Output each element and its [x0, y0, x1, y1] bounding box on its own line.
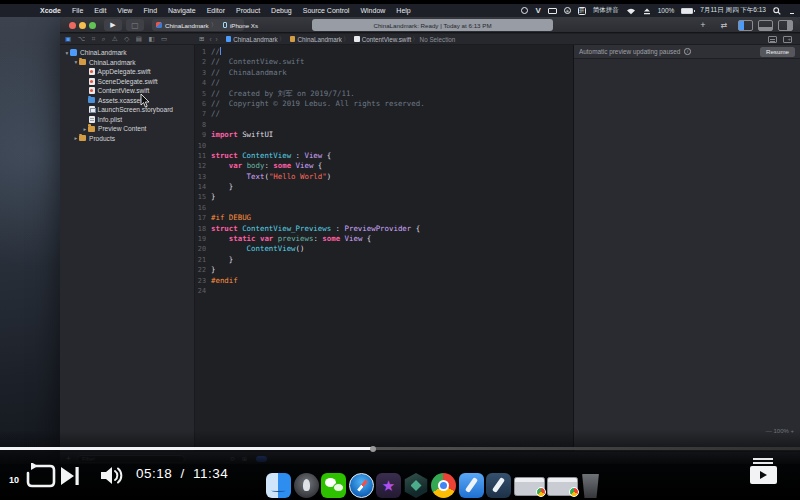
adjust-editor-options-icon[interactable] [768, 36, 777, 43]
dock-icon-xcode[interactable] [459, 473, 484, 498]
window-close-button[interactable] [69, 22, 76, 29]
navigator-item-chinalandmark[interactable]: ▾ChinaLandmark [60, 58, 195, 68]
dock-icon-safari[interactable] [349, 473, 374, 498]
navigator-item-scenedelegate-swift[interactable]: SceneDelegate.swift [60, 77, 195, 87]
menu-item-file[interactable]: File [72, 7, 83, 14]
stop-button[interactable]: ▢ [126, 19, 144, 31]
source-control-navigator-icon[interactable]: ⌥ [78, 35, 86, 43]
menu-datetime[interactable]: 7月11日 周四 下午6:13 [700, 6, 766, 15]
navigator-item-launchscreen-storyboard[interactable]: LaunchScreen.storyboard [60, 105, 195, 115]
dock-icon-window-thumb-2[interactable] [547, 477, 578, 496]
debug-navigator-icon[interactable]: ▤ [136, 35, 142, 43]
eject-icon[interactable] [643, 7, 651, 15]
dock-icon-xcode-beta[interactable] [486, 473, 511, 498]
source-editor[interactable]: 1//2// ContentView.swift3// ChinaLandmar… [195, 45, 573, 451]
mouse-cursor [140, 94, 150, 108]
toggle-navigator-button[interactable] [738, 20, 753, 31]
line-number: 15 [195, 192, 211, 202]
menu-item-product[interactable]: Product [236, 7, 260, 14]
navigator-item-preview-content[interactable]: ▸Preview Content [60, 124, 195, 134]
breadcrumb-selection[interactable]: No Selection [420, 36, 456, 43]
editor-swap-icon[interactable]: ⇄ [716, 19, 732, 31]
breakpoint-navigator-icon[interactable]: ◧ [148, 35, 154, 43]
breadcrumb-group[interactable]: ChinaLandmark [297, 36, 341, 43]
dock-icon-chrome[interactable] [431, 473, 456, 498]
v-app-icon[interactable]: V [535, 6, 540, 15]
navigator-item-contentview-swift[interactable]: ContentView.swift [60, 86, 195, 96]
replay-button[interactable] [24, 463, 56, 493]
symbol-navigator-icon[interactable]: ⌗ [92, 35, 96, 43]
library-add-button[interactable]: + [696, 19, 710, 31]
line-number: 20 [195, 244, 211, 254]
scheme-selector[interactable]: ChinaLandmark 〉 iPhone Xs [152, 19, 244, 31]
notification-center-icon[interactable] [788, 7, 796, 14]
volume-icon[interactable] [100, 465, 124, 490]
token-plain: : [313, 234, 322, 243]
accessibility-keyboard-icon[interactable]: ✳ [564, 7, 571, 14]
breadcrumb-separator: 〉 [412, 35, 418, 44]
line-number: 3 [195, 68, 211, 78]
add-editor-icon[interactable] [783, 36, 792, 43]
navigator-item-products[interactable]: ▸Products [60, 134, 195, 144]
code-content: // [211, 109, 220, 119]
breadcrumb-file[interactable]: ContentView.swift [362, 36, 412, 43]
token-str: "Hello World" [269, 172, 327, 181]
forward-arrow-icon[interactable]: › [216, 36, 218, 43]
issue-navigator-icon[interactable]: ⚠ [112, 35, 118, 43]
wifi-icon[interactable] [626, 7, 636, 15]
dock-icon-imovie[interactable]: ★ [376, 473, 401, 498]
spotlight-search-icon[interactable] [773, 7, 781, 15]
player-seek-bar[interactable] [0, 447, 800, 450]
menu-app-name[interactable]: Xcode [40, 7, 61, 14]
dock-icon-finder[interactable] [266, 473, 291, 498]
input-method-label[interactable]: 简体拼音 [593, 6, 619, 15]
next-button[interactable] [60, 466, 80, 490]
menu-item-source-control[interactable]: Source Control [303, 7, 350, 14]
battery-icon[interactable] [681, 8, 693, 14]
toggle-inspectors-button[interactable] [778, 20, 793, 31]
code-line-3: 3// ChinaLandmark [195, 68, 573, 78]
dock-icon-hexagon-app[interactable] [404, 473, 429, 498]
dock-icon-wechat[interactable] [321, 473, 346, 498]
seek-bar-handle[interactable] [370, 446, 376, 452]
dock-icon-launchpad[interactable] [294, 473, 319, 498]
info-icon[interactable]: i [684, 48, 691, 55]
window-zoom-button[interactable] [89, 22, 96, 29]
dock-icon-window-thumb-1[interactable] [514, 477, 545, 496]
related-items-icon[interactable]: ⊞ [199, 35, 204, 43]
video-queue-button[interactable] [750, 458, 778, 484]
navigator-item-chinalandmark[interactable]: ▾ChinaLandmark [60, 48, 195, 58]
token-plain: } [211, 255, 233, 264]
menu-item-debug[interactable]: Debug [271, 7, 292, 14]
code-content: // ContentView.swift [211, 57, 304, 67]
report-navigator-icon[interactable]: ▭ [161, 35, 167, 43]
navigator-item-assets-xcassets[interactable]: Assets.xcassets [60, 96, 195, 106]
token-kw: var [260, 234, 273, 243]
menu-item-navigate[interactable]: Navigate [168, 7, 196, 14]
toggle-debug-area-button[interactable] [758, 20, 773, 31]
macos-dock: ★ [266, 462, 626, 498]
display-icon[interactable] [548, 8, 557, 14]
navigator-item-info-plist[interactable]: Info.plist [60, 115, 195, 125]
window-minimize-button[interactable] [79, 22, 86, 29]
back-arrow-icon[interactable]: ‹ [209, 36, 211, 43]
macos-menu-bar: Xcode FileEditViewFindNavigateEditorProd… [0, 4, 800, 17]
find-navigator-icon[interactable]: ⌕ [102, 35, 106, 43]
menu-item-editor[interactable]: Editor [207, 7, 225, 14]
input-source-icon[interactable]: 拼 [578, 7, 586, 15]
resume-button[interactable]: Resume [760, 47, 795, 57]
token-kw: struct [211, 224, 238, 233]
menu-item-find[interactable]: Find [143, 7, 157, 14]
menu-item-window[interactable]: Window [360, 7, 385, 14]
menu-item-view[interactable]: View [117, 7, 132, 14]
record-status-icon[interactable] [521, 7, 528, 14]
project-navigator-icon[interactable]: ▣ [65, 35, 71, 43]
run-button[interactable]: ▶ [104, 19, 122, 31]
breadcrumb-project[interactable]: ChinaLandmark [233, 36, 277, 43]
menu-item-help[interactable]: Help [396, 7, 410, 14]
test-navigator-icon[interactable]: ◇ [124, 35, 129, 43]
dock-icon-trash[interactable] [581, 474, 601, 498]
menu-item-edit[interactable]: Edit [94, 7, 106, 14]
navigator-item-appdelegate-swift[interactable]: AppDelegate.swift [60, 67, 195, 77]
code-line-9: 9import SwiftUI [195, 130, 573, 140]
